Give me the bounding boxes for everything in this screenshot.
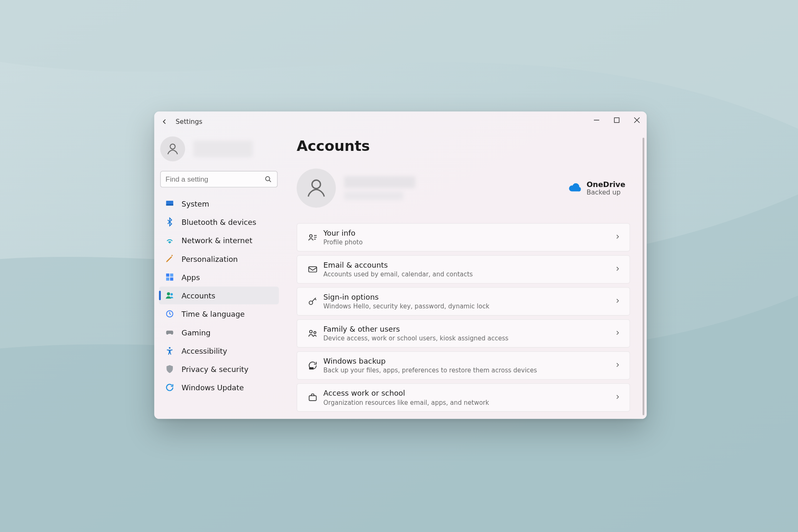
svg-point-2 (170, 144, 175, 149)
family-icon (304, 328, 321, 339)
sidebar-item-windows-update[interactable]: Windows Update (159, 379, 279, 397)
accessibility-icon (165, 346, 175, 355)
svg-point-13 (169, 347, 170, 349)
sidebar-user[interactable] (159, 134, 279, 170)
key-icon (304, 296, 321, 307)
svg-point-19 (314, 332, 316, 334)
windows-update-icon (165, 383, 175, 392)
mail-icon (304, 264, 321, 275)
search-box[interactable] (160, 171, 278, 187)
shield-icon (165, 364, 175, 374)
sidebar: System Bluetooth & devices Network & int… (154, 111, 283, 419)
card-title: Your info (323, 229, 614, 238)
chevron-right-icon (614, 393, 621, 402)
card-title: Windows backup (323, 357, 614, 366)
network-icon (165, 236, 175, 245)
main-panel: Accounts (283, 111, 647, 419)
svg-rect-7 (170, 273, 173, 277)
card-title: Sign-in options (323, 293, 614, 302)
apps-icon (165, 272, 175, 282)
card-windows-backup[interactable]: Windows backup Back up your files, apps,… (297, 351, 630, 380)
avatar-icon (297, 168, 336, 207)
card-subtitle: Organization resources like email, apps,… (323, 398, 614, 406)
svg-rect-9 (170, 278, 173, 281)
accounts-icon (165, 291, 175, 300)
svg-point-11 (170, 293, 173, 296)
onedrive-title: OneDrive (586, 180, 625, 189)
sidebar-item-time-language[interactable]: Time & language (159, 305, 279, 323)
card-subtitle: Back up your files, apps, preferences to… (323, 366, 614, 374)
card-subtitle: Windows Hello, security key, password, d… (323, 302, 614, 310)
svg-point-14 (312, 180, 320, 188)
system-icon (165, 199, 175, 208)
sidebar-item-network[interactable]: Network & internet (159, 232, 279, 249)
sidebar-item-label: Accessibility (182, 346, 227, 355)
account-name-redacted (344, 176, 415, 200)
sidebar-item-label: Apps (182, 273, 200, 281)
chevron-right-icon (614, 329, 621, 338)
personalization-icon (165, 254, 175, 264)
card-title: Email & accounts (323, 261, 614, 270)
cloud-icon (569, 183, 581, 193)
search-input[interactable] (165, 175, 264, 183)
svg-rect-6 (166, 273, 170, 277)
sidebar-item-label: Windows Update (182, 383, 244, 392)
sidebar-item-bluetooth[interactable]: Bluetooth & devices (159, 213, 279, 231)
person-card-icon (304, 232, 321, 243)
onedrive-subtitle: Backed up (586, 189, 625, 197)
user-name-redacted (193, 140, 253, 157)
bluetooth-icon (165, 217, 175, 227)
sidebar-item-accounts[interactable]: Accounts (159, 286, 279, 304)
sidebar-item-system[interactable]: System (159, 195, 279, 212)
sidebar-item-label: System (182, 199, 209, 208)
sidebar-item-label: Accounts (182, 291, 215, 300)
svg-point-18 (310, 330, 312, 333)
sidebar-item-label: Personalization (182, 254, 238, 263)
chevron-right-icon (614, 361, 621, 370)
chevron-right-icon (614, 233, 621, 241)
nav-list: System Bluetooth & devices Network & int… (159, 195, 279, 396)
settings-cards: Your info Profile photo Email & accounts… (297, 223, 647, 412)
card-access-work-school[interactable]: Access work or school Organization resou… (297, 383, 630, 412)
page-title: Accounts (297, 138, 647, 154)
svg-point-15 (310, 235, 312, 237)
card-sign-in-options[interactable]: Sign-in options Windows Hello, security … (297, 287, 630, 316)
gaming-icon (165, 328, 175, 337)
svg-rect-21 (309, 396, 316, 401)
card-subtitle: Device access, work or school users, kio… (323, 334, 614, 342)
sidebar-item-label: Network & internet (182, 236, 252, 244)
card-your-info[interactable]: Your info Profile photo (297, 223, 630, 252)
sidebar-item-gaming[interactable]: Gaming (159, 323, 279, 341)
account-header: OneDrive Backed up (297, 168, 647, 207)
backup-icon (304, 360, 321, 371)
search-icon (264, 175, 272, 183)
svg-rect-8 (166, 278, 170, 281)
card-title: Family & other users (323, 325, 614, 334)
avatar-icon (160, 136, 185, 161)
card-email-accounts[interactable]: Email & accounts Accounts used by email,… (297, 255, 630, 284)
scrollbar[interactable] (643, 138, 644, 415)
sidebar-item-personalization[interactable]: Personalization (159, 250, 279, 268)
svg-point-17 (309, 301, 313, 305)
sidebar-item-apps[interactable]: Apps (159, 268, 279, 286)
briefcase-icon (304, 392, 321, 403)
card-subtitle: Accounts used by email, calendar, and co… (323, 270, 614, 278)
sidebar-item-label: Bluetooth & devices (182, 217, 256, 226)
sidebar-item-privacy[interactable]: Privacy & security (159, 360, 279, 378)
chevron-right-icon (614, 297, 621, 305)
card-family-other-users[interactable]: Family & other users Device access, work… (297, 319, 630, 348)
svg-point-10 (167, 292, 170, 296)
onedrive-status[interactable]: OneDrive Backed up (569, 180, 625, 197)
sidebar-item-accessibility[interactable]: Accessibility (159, 342, 279, 360)
sidebar-item-label: Gaming (182, 328, 211, 337)
settings-window: Settings (154, 111, 647, 419)
svg-rect-16 (309, 267, 317, 272)
card-title: Access work or school (323, 389, 614, 398)
time-language-icon (165, 309, 175, 319)
svg-rect-5 (166, 204, 173, 206)
svg-rect-20 (309, 367, 314, 369)
sidebar-item-label: Privacy & security (182, 365, 249, 373)
svg-point-3 (266, 177, 270, 181)
chevron-right-icon (614, 265, 621, 273)
sidebar-item-label: Time & language (182, 309, 245, 318)
